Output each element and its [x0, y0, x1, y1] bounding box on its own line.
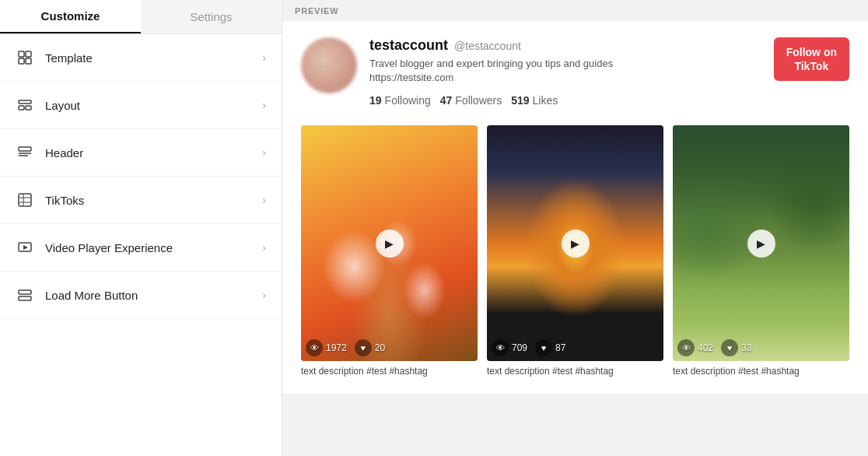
- header-icon: [16, 143, 34, 162]
- svg-rect-1: [26, 51, 31, 57]
- profile-bio: Travel blogger and expert bringing you t…: [369, 57, 761, 85]
- heart-icon-1: ♥: [355, 339, 372, 356]
- video-thumb-3: ▶ 👁 402 ♥ 33: [673, 125, 849, 361]
- tab-settings[interactable]: Settings: [141, 0, 282, 33]
- menu-item-video-player[interactable]: Video Player Experience ›: [0, 224, 282, 272]
- left-panel: Customize Settings Template › Layout › H…: [0, 0, 282, 456]
- video-stats-3: 👁 402 ♥ 33: [677, 339, 845, 356]
- video-stats-1: 👁 1972 ♥ 20: [306, 339, 473, 356]
- following-label: Following: [385, 94, 431, 107]
- load-more-icon: [16, 286, 34, 304]
- tiktoks-icon: [16, 191, 34, 209]
- chevron-icon-template: ›: [262, 51, 266, 64]
- tab-bar: Customize Settings: [0, 0, 282, 34]
- profile-handle: @testaccount: [454, 40, 521, 52]
- followers-label: Followers: [455, 94, 502, 107]
- video-stats-2: 👁 709 ♥ 87: [492, 339, 659, 356]
- menu-label-layout: Layout: [45, 99, 262, 112]
- menu-list: Template › Layout › Header › TikToks ›: [0, 34, 282, 456]
- video-item-1[interactable]: ▶ 👁 1972 ♥ 20 text description #test #ha…: [301, 125, 478, 377]
- menu-item-template[interactable]: Template ›: [0, 34, 282, 82]
- video-caption-1: text description #test #hashtag: [301, 366, 478, 378]
- layout-icon: [16, 96, 34, 114]
- preview-label: PREVIEW: [282, 0, 868, 22]
- followers-count: 47: [440, 94, 453, 107]
- menu-label-template: Template: [45, 51, 262, 65]
- following-count: 19: [369, 94, 382, 107]
- avatar: [301, 37, 357, 93]
- play-button-1[interactable]: ▶: [376, 230, 404, 258]
- play-button-2[interactable]: ▶: [562, 230, 590, 258]
- likes-label: Likes: [533, 94, 558, 107]
- menu-label-video-player: Video Player Experience: [45, 241, 262, 254]
- svg-rect-3: [26, 58, 31, 64]
- video-player-icon: [16, 238, 34, 257]
- right-panel: PREVIEW testaccount @testaccount Travel …: [282, 0, 868, 456]
- menu-item-load-more[interactable]: Load More Button ›: [0, 272, 282, 319]
- svg-rect-6: [26, 106, 31, 110]
- views-badge-1: 👁 1972: [306, 339, 347, 356]
- video-thumb-2: ▶ 👁 709 ♥ 87: [487, 125, 663, 361]
- play-button-3[interactable]: ▶: [747, 230, 775, 258]
- views-badge-2: 👁 709: [492, 339, 527, 356]
- views-badge-3: 👁 402: [677, 339, 713, 356]
- follow-tiktok-button[interactable]: Follow onTikTok: [774, 37, 849, 81]
- likes-count: 519: [511, 94, 529, 107]
- menu-item-layout[interactable]: Layout ›: [0, 82, 282, 129]
- profile-name-row: testaccount @testaccount: [369, 37, 761, 54]
- chevron-icon-layout: ›: [262, 99, 266, 111]
- profile-info: testaccount @testaccount Travel blogger …: [369, 37, 761, 107]
- eye-icon-2: 👁: [492, 339, 509, 356]
- likes-badge-3: ♥ 33: [721, 339, 751, 356]
- svg-rect-10: [19, 194, 31, 206]
- likes-badge-2: ♥ 87: [535, 339, 565, 356]
- menu-item-tiktoks[interactable]: TikToks ›: [0, 177, 282, 224]
- video-caption-3: text description #test #hashtag: [673, 366, 849, 378]
- chevron-icon-header: ›: [262, 146, 266, 159]
- eye-icon-1: 👁: [306, 339, 323, 356]
- menu-label-header: Header: [45, 146, 262, 160]
- menu-label-load-more: Load More Button: [45, 289, 262, 302]
- menu-label-tiktoks: TikToks: [45, 194, 262, 207]
- video-thumb-1: ▶ 👁 1972 ♥ 20: [301, 125, 478, 361]
- video-item-2[interactable]: ▶ 👁 709 ♥ 87 text description #test #has…: [487, 125, 663, 377]
- svg-rect-4: [19, 100, 31, 103]
- svg-rect-16: [19, 290, 31, 294]
- video-item-3[interactable]: ▶ 👁 402 ♥ 33 text description #test #has…: [673, 125, 849, 377]
- svg-rect-5: [19, 106, 24, 110]
- chevron-icon-tiktoks: ›: [262, 194, 266, 206]
- svg-rect-2: [19, 58, 24, 64]
- profile-stats: 19 Following 47 Followers 519 Likes: [369, 94, 761, 107]
- heart-icon-2: ♥: [535, 339, 552, 356]
- template-icon: [16, 48, 34, 67]
- svg-marker-15: [23, 245, 28, 250]
- svg-rect-0: [19, 51, 24, 57]
- video-grid: ▶ 👁 1972 ♥ 20 text description #test #ha…: [301, 125, 849, 377]
- likes-badge-1: ♥ 20: [355, 339, 385, 356]
- heart-icon-3: ♥: [721, 339, 738, 356]
- menu-item-header[interactable]: Header ›: [0, 129, 282, 177]
- profile-name: testaccount: [369, 37, 448, 54]
- svg-rect-17: [19, 296, 31, 300]
- preview-content: testaccount @testaccount Travel blogger …: [282, 22, 868, 394]
- video-caption-2: text description #test #hashtag: [487, 366, 663, 378]
- chevron-icon-load-more: ›: [262, 289, 266, 301]
- profile-section: testaccount @testaccount Travel blogger …: [301, 37, 849, 107]
- svg-rect-7: [19, 147, 31, 151]
- chevron-icon-video-player: ›: [262, 241, 266, 254]
- eye-icon-3: 👁: [677, 339, 695, 356]
- tab-customize[interactable]: Customize: [0, 0, 141, 33]
